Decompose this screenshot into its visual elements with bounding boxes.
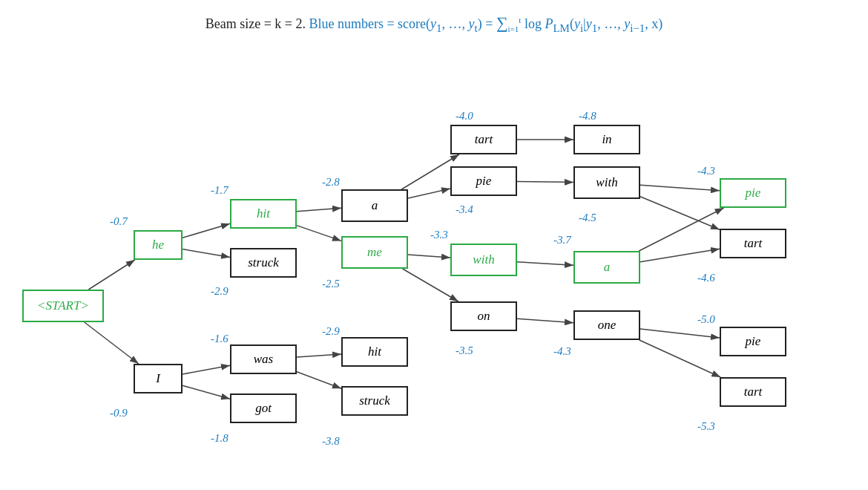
svg-line-1	[88, 260, 134, 290]
node-got: got	[230, 393, 297, 423]
svg-line-13	[408, 255, 450, 258]
svg-line-17	[517, 262, 573, 266]
node-a2: a	[573, 251, 640, 284]
score-11: -3.4	[456, 203, 473, 216]
node-pie1: pie	[450, 166, 517, 196]
node-was: was	[230, 344, 297, 374]
score-16: -3.7	[553, 234, 571, 246]
score-18: -4.3	[697, 165, 715, 177]
score-19: -4.6	[697, 272, 715, 284]
node-one: one	[573, 310, 640, 340]
node-he: he	[134, 230, 183, 260]
node-tart1: tart	[450, 125, 517, 154]
node-hit2: hit	[341, 337, 408, 367]
svg-line-12	[408, 189, 450, 198]
node-struck1: struck	[230, 248, 297, 278]
score-3: -2.9	[211, 285, 228, 298]
score-15: -4.5	[579, 212, 596, 224]
score-17: -4.3	[553, 345, 571, 358]
node-start: <START>	[22, 290, 104, 322]
node-in: in	[573, 125, 640, 154]
score-7: -2.5	[322, 278, 340, 290]
svg-line-16	[517, 182, 573, 183]
node-a: a	[341, 189, 408, 222]
score-10: -4.0	[456, 110, 473, 122]
score-20: -5.0	[697, 313, 715, 326]
svg-line-20	[640, 197, 720, 230]
score-12: -3.3	[430, 229, 448, 241]
score-8: -2.9	[322, 325, 340, 338]
svg-line-2	[85, 322, 139, 364]
formula-line: Beam size = k = 2. Blue numbers = score(…	[37, 13, 831, 35]
svg-line-5	[183, 365, 230, 374]
svg-line-22	[640, 249, 720, 261]
svg-line-24	[640, 340, 720, 377]
node-I: I	[134, 364, 183, 393]
svg-line-19	[640, 185, 720, 191]
svg-line-6	[183, 385, 230, 399]
svg-line-3	[183, 223, 230, 238]
svg-line-4	[183, 249, 230, 258]
node-pie3: pie	[720, 327, 786, 356]
score-6: -2.8	[322, 176, 340, 189]
svg-line-7	[297, 208, 341, 211]
svg-line-10	[297, 372, 341, 388]
score-4: -1.6	[211, 333, 228, 345]
score-21: -5.3	[697, 420, 715, 433]
node-pie2: pie	[720, 178, 786, 208]
node-with1: with	[450, 244, 517, 276]
svg-line-18	[517, 318, 573, 322]
score-1: -0.9	[110, 407, 128, 419]
formula-prefix: Beam size = k = 2.	[206, 16, 309, 31]
node-tart3: tart	[720, 377, 786, 407]
score-0: -0.7	[110, 215, 128, 228]
node-tart2: tart	[720, 229, 786, 258]
diagram-container: Beam size = k = 2. Blue numbers = score(…	[0, 0, 868, 490]
formula-blue: Blue numbers = score(y1, …, yt) = ∑i=1t …	[309, 16, 662, 31]
svg-line-9	[297, 354, 341, 357]
score-2: -1.7	[211, 184, 228, 197]
svg-line-23	[640, 329, 720, 338]
node-me: me	[341, 236, 408, 269]
score-5: -1.8	[211, 432, 228, 445]
node-hit1: hit	[230, 199, 297, 229]
node-struck2: struck	[341, 386, 408, 416]
svg-line-21	[639, 208, 723, 251]
score-13: -3.5	[456, 344, 473, 357]
node-on: on	[450, 301, 517, 331]
score-9: -3.8	[322, 435, 340, 448]
score-14: -4.8	[579, 110, 596, 122]
node-with2: with	[573, 166, 640, 199]
svg-line-8	[297, 226, 341, 241]
